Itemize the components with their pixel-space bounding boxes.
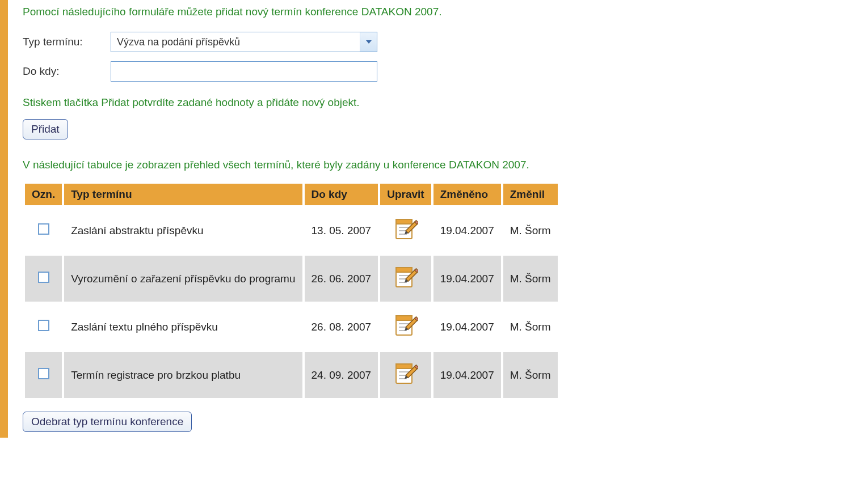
- cell-do-kdy: 13. 05. 2007: [305, 207, 378, 253]
- svg-rect-9: [396, 268, 412, 272]
- table-row: Zaslání textu plného příspěvku26. 08. 20…: [25, 304, 558, 350]
- cell-zmeneno: 19.04.2007: [433, 304, 501, 350]
- cell-do-kdy: 24. 09. 2007: [305, 352, 378, 398]
- cell-zmenil: M. Šorm: [503, 256, 558, 302]
- edit-icon[interactable]: [393, 313, 418, 341]
- type-select[interactable]: Výzva na podání příspěvků: [111, 32, 377, 52]
- cell-zmeneno: 19.04.2007: [433, 256, 501, 302]
- table-row: Vyrozumění o zařazení příspěvku do progr…: [25, 256, 558, 302]
- terms-table: Ozn. Typ termínu Do kdy Upravit Změněno …: [23, 181, 560, 400]
- cell-zmenil: M. Šorm: [503, 352, 558, 398]
- col-header-zmeneno: Změněno: [433, 184, 501, 205]
- cell-typ: Zaslání abstraktu příspěvku: [64, 207, 302, 253]
- svg-rect-1: [396, 219, 412, 224]
- col-header-zmenil: Změnil: [503, 184, 558, 205]
- row-checkbox[interactable]: [38, 368, 49, 379]
- row-checkbox[interactable]: [38, 320, 49, 331]
- do-kdy-input[interactable]: [111, 61, 377, 82]
- col-header-typ: Typ termínu: [64, 184, 302, 205]
- cell-zmenil: M. Šorm: [503, 304, 558, 350]
- row-checkbox[interactable]: [38, 223, 49, 235]
- svg-rect-25: [396, 364, 412, 369]
- table-row: Zaslání abstraktu příspěvku13. 05. 20071…: [25, 207, 558, 253]
- cell-do-kdy: 26. 08. 2007: [305, 304, 378, 350]
- remove-button[interactable]: Odebrat typ termínu konference: [23, 412, 192, 432]
- edit-icon[interactable]: [393, 217, 418, 244]
- type-label: Typ termínu:: [23, 36, 111, 48]
- do-kdy-label: Do kdy:: [23, 65, 111, 78]
- cell-zmeneno: 19.04.2007: [433, 207, 501, 253]
- cell-zmenil: M. Šorm: [503, 207, 558, 253]
- col-header-do-kdy: Do kdy: [305, 184, 378, 205]
- edit-icon[interactable]: [393, 361, 418, 389]
- table-caption: V následující tabulce je zobrazen přehle…: [23, 159, 846, 171]
- svg-rect-17: [396, 316, 412, 320]
- add-button[interactable]: Přidat: [23, 119, 68, 139]
- hint-text: Stiskem tlačítka Přidat potvrdíte zadané…: [23, 96, 846, 109]
- cell-typ: Zaslání textu plného příspěvku: [64, 304, 302, 350]
- cell-do-kdy: 26. 06. 2007: [305, 256, 378, 302]
- edit-icon[interactable]: [393, 265, 418, 293]
- cell-typ: Termín registrace pro brzkou platbu: [64, 352, 302, 398]
- intro-text: Pomocí následujícího formuláře můžete př…: [23, 6, 846, 18]
- cell-zmeneno: 19.04.2007: [433, 352, 501, 398]
- row-checkbox[interactable]: [38, 272, 49, 283]
- col-header-upravit: Upravit: [380, 184, 431, 205]
- cell-typ: Vyrozumění o zařazení příspěvku do progr…: [64, 256, 302, 302]
- table-row: Termín registrace pro brzkou platbu24. 0…: [25, 352, 558, 398]
- col-header-ozn: Ozn.: [25, 184, 62, 205]
